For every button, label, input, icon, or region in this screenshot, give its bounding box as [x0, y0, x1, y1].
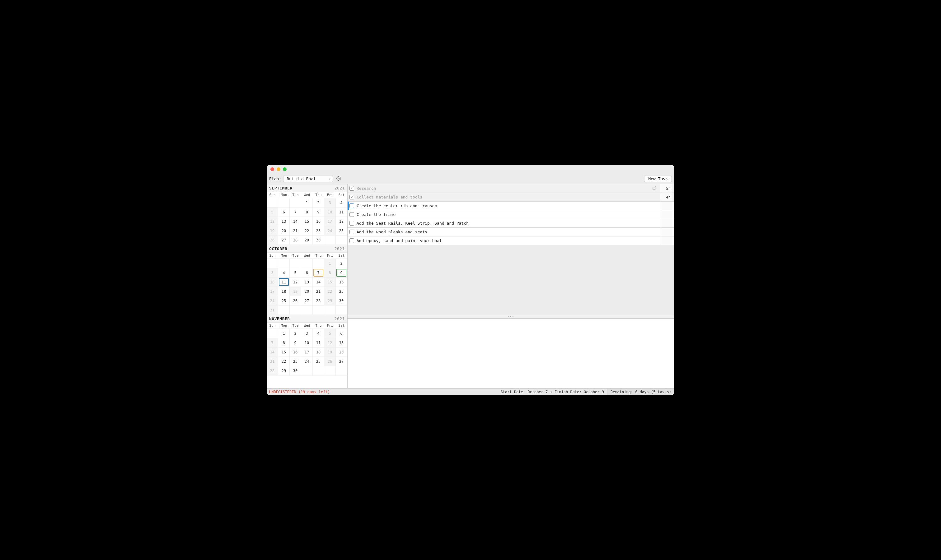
calendar-day-cell[interactable]: 25 — [313, 357, 324, 366]
task-row[interactable]: Add the Seat Rails, Keel Strip, Sand and… — [348, 219, 674, 228]
calendar-day-cell[interactable]: 1 — [301, 198, 313, 208]
calendar-day-cell[interactable]: 3 — [324, 198, 336, 208]
calendar-day-cell[interactable]: 18 — [278, 287, 290, 296]
calendar-day-cell[interactable]: 1 — [324, 259, 336, 268]
task-duration[interactable] — [660, 228, 673, 236]
calendar-day-cell[interactable]: 5 — [290, 268, 301, 277]
calendar-day-cell[interactable]: 27 — [301, 296, 313, 306]
calendar-day-cell[interactable]: 24 — [267, 296, 278, 306]
calendar-day-cell[interactable]: 16 — [336, 277, 347, 287]
calendar-day-cell[interactable]: 7 — [267, 338, 278, 348]
calendar-sidebar[interactable]: SEPTEMBER2021SunMonTueWedThuFriSat123456… — [267, 184, 348, 388]
external-link-icon[interactable] — [652, 186, 656, 191]
calendar-day-cell[interactable]: 29 — [301, 235, 313, 245]
calendar-day-cell[interactable]: 14 — [313, 277, 324, 287]
calendar-day-cell[interactable]: 17 — [324, 217, 336, 226]
calendar-day-cell[interactable]: 24 — [324, 226, 336, 235]
calendar-day-cell[interactable]: 16 — [290, 348, 301, 357]
calendar-day-cell[interactable]: 1 — [278, 329, 290, 338]
calendar-day-cell[interactable]: 12 — [290, 277, 301, 287]
calendar-day-cell[interactable]: 23 — [313, 226, 324, 235]
calendar-day-cell[interactable]: 22 — [301, 226, 313, 235]
calendar-day-cell[interactable]: 6 — [301, 268, 313, 277]
calendar-day-cell[interactable]: 10 — [267, 277, 278, 287]
calendar-day-cell[interactable]: 30 — [336, 296, 347, 306]
calendar-day-cell[interactable]: 29 — [324, 296, 336, 306]
notes-pane[interactable] — [348, 318, 674, 389]
calendar-day-cell[interactable]: 2 — [290, 329, 301, 338]
calendar-day-cell[interactable]: 8 — [278, 338, 290, 348]
calendar-day-cell[interactable]: 19 — [290, 287, 301, 296]
task-duration[interactable] — [660, 237, 673, 245]
calendar-day-cell[interactable]: 14 — [290, 217, 301, 226]
task-checkbox[interactable] — [350, 238, 354, 243]
calendar-day-cell[interactable]: 4 — [278, 268, 290, 277]
task-row[interactable]: ✓Collect materials and tools4h — [348, 193, 674, 202]
calendar-day-cell[interactable]: 19 — [324, 348, 336, 357]
window-minimize-button[interactable] — [277, 168, 280, 171]
task-checkbox[interactable] — [350, 221, 354, 226]
calendar-day-cell[interactable]: 8 — [301, 208, 313, 217]
calendar-day-cell[interactable]: 20 — [278, 226, 290, 235]
calendar-day-cell[interactable]: 19 — [267, 226, 278, 235]
calendar-day-cell[interactable]: 15 — [301, 217, 313, 226]
calendar-day-cell[interactable]: 15 — [324, 277, 336, 287]
calendar-day-cell[interactable]: 27 — [336, 357, 347, 366]
calendar-day-cell[interactable]: 6 — [278, 208, 290, 217]
calendar-day-cell[interactable]: 16 — [313, 217, 324, 226]
calendar-day-cell[interactable]: 30 — [290, 366, 301, 375]
task-duration[interactable]: 5h — [660, 184, 673, 192]
calendar-day-cell[interactable]: 28 — [313, 296, 324, 306]
task-duration[interactable] — [660, 202, 673, 210]
calendar-day-cell[interactable]: 18 — [313, 348, 324, 357]
calendar-day-cell[interactable]: 28 — [267, 366, 278, 375]
calendar-day-cell[interactable]: 10 — [301, 338, 313, 348]
calendar-day-cell[interactable]: 4 — [313, 329, 324, 338]
calendar-day-cell[interactable]: 22 — [324, 287, 336, 296]
calendar-day-cell[interactable]: 5 — [267, 208, 278, 217]
task-duration[interactable] — [660, 210, 673, 219]
task-row[interactable]: Create the center rib and transom — [348, 202, 674, 210]
calendar-day-cell[interactable]: 14 — [267, 348, 278, 357]
calendar-day-cell[interactable]: 11 — [313, 338, 324, 348]
task-checkbox[interactable]: ✓ — [350, 195, 354, 199]
calendar-day-cell[interactable]: 30 — [313, 235, 324, 245]
calendar-day-cell[interactable]: 25 — [278, 296, 290, 306]
calendar-day-cell[interactable]: 8 — [324, 268, 336, 277]
calendar-day-cell[interactable]: 21 — [267, 357, 278, 366]
calendar-day-cell[interactable]: 9 — [290, 338, 301, 348]
calendar-day-cell[interactable]: 9 — [336, 268, 347, 277]
calendar-day-cell[interactable]: 26 — [290, 296, 301, 306]
task-row[interactable]: ✓Research5h — [348, 184, 674, 193]
calendar-day-cell[interactable]: 13 — [301, 277, 313, 287]
new-task-button[interactable]: New Task — [644, 175, 672, 182]
calendar-day-cell[interactable]: 7 — [290, 208, 301, 217]
plan-select[interactable]: Build a Boat ▾ — [283, 175, 333, 182]
calendar-day-cell[interactable]: 23 — [336, 287, 347, 296]
calendar-day-cell[interactable]: 18 — [336, 217, 347, 226]
calendar-day-cell[interactable]: 15 — [278, 348, 290, 357]
calendar-day-cell[interactable]: 4 — [336, 198, 347, 208]
window-close-button[interactable] — [270, 168, 274, 171]
calendar-day-cell[interactable]: 12 — [267, 217, 278, 226]
task-checkbox[interactable]: ✓ — [350, 186, 354, 191]
calendar-day-cell[interactable]: 6 — [336, 329, 347, 338]
calendar-day-cell[interactable]: 3 — [267, 268, 278, 277]
calendar-day-cell[interactable]: 23 — [290, 357, 301, 366]
task-checkbox[interactable] — [350, 229, 354, 234]
task-row[interactable]: Add the wood planks and seats — [348, 228, 674, 237]
calendar-day-cell[interactable]: 21 — [313, 287, 324, 296]
calendar-day-cell[interactable]: 9 — [313, 208, 324, 217]
calendar-day-cell[interactable]: 26 — [267, 235, 278, 245]
task-duration[interactable]: 4h — [660, 193, 673, 201]
calendar-day-cell[interactable]: 21 — [290, 226, 301, 235]
calendar-day-cell[interactable]: 22 — [278, 357, 290, 366]
calendar-day-cell[interactable]: 10 — [324, 208, 336, 217]
calendar-day-cell[interactable]: 11 — [278, 277, 290, 287]
calendar-day-cell[interactable]: 29 — [278, 366, 290, 375]
calendar-day-cell[interactable]: 24 — [301, 357, 313, 366]
calendar-day-cell[interactable]: 13 — [336, 338, 347, 348]
calendar-day-cell[interactable]: 28 — [290, 235, 301, 245]
calendar-day-cell[interactable]: 13 — [278, 217, 290, 226]
calendar-day-cell[interactable]: 17 — [267, 287, 278, 296]
